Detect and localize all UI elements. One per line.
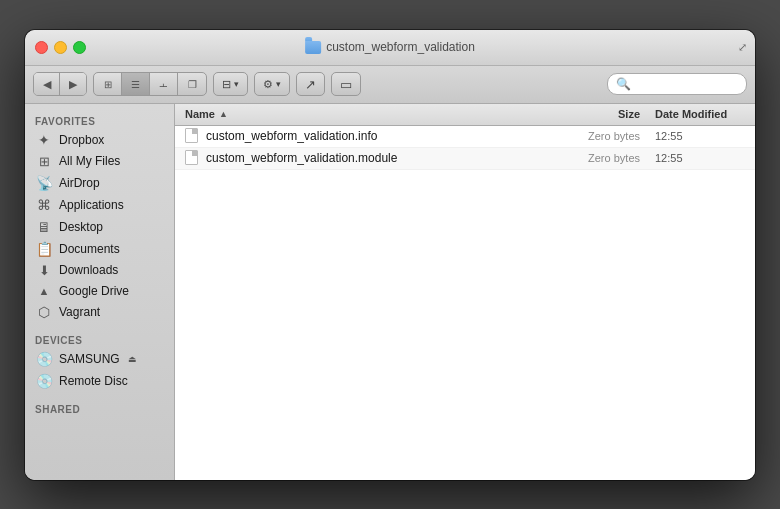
file-icon bbox=[185, 150, 201, 166]
nav-buttons: ◀ ▶ bbox=[33, 72, 87, 96]
file-date: 12:55 bbox=[655, 152, 745, 164]
eject-icon[interactable]: ⏏ bbox=[128, 354, 137, 364]
file-size: Zero bytes bbox=[565, 130, 655, 142]
col-name-label: Name bbox=[185, 108, 215, 120]
action-chevron: ▾ bbox=[276, 79, 281, 89]
main-content: FAVORITES ✦ Dropbox ⊞ All My Files 📡 Air… bbox=[25, 104, 755, 480]
titlebar: custom_webform_validation ⤢ bbox=[25, 30, 755, 66]
table-row[interactable]: custom_webform_validation.info Zero byte… bbox=[175, 126, 755, 148]
forward-icon: ▶ bbox=[69, 78, 77, 91]
search-icon: 🔍 bbox=[616, 77, 631, 91]
sidebar-item-vagrant[interactable]: ⬡ Vagrant bbox=[25, 301, 174, 323]
sidebar: FAVORITES ✦ Dropbox ⊞ All My Files 📡 Air… bbox=[25, 104, 175, 480]
downloads-icon: ⬇ bbox=[35, 263, 53, 278]
document-icon bbox=[185, 128, 198, 143]
file-size: Zero bytes bbox=[565, 152, 655, 164]
sidebar-item-downloads[interactable]: ⬇ Downloads bbox=[25, 260, 174, 281]
airdrop-icon: 📡 bbox=[35, 175, 53, 191]
sidebar-item-airdrop[interactable]: 📡 AirDrop bbox=[25, 172, 174, 194]
sidebar-item-desktop[interactable]: 🖥 Desktop bbox=[25, 216, 174, 238]
sidebar-item-desktop-label: Desktop bbox=[59, 220, 103, 234]
sidebar-item-remote-disc-label: Remote Disc bbox=[59, 374, 128, 388]
view-column-button[interactable]: ⫠ bbox=[150, 73, 178, 95]
search-input[interactable] bbox=[635, 78, 738, 90]
gear-icon: ⚙ bbox=[263, 78, 273, 91]
back-button[interactable]: ◀ bbox=[34, 73, 60, 95]
slideshow-button[interactable]: ▭ bbox=[331, 72, 361, 96]
desktop-icon: 🖥 bbox=[35, 219, 53, 235]
document-icon bbox=[185, 150, 198, 165]
view-list-button[interactable]: ☰ bbox=[122, 73, 150, 95]
maximize-button[interactable] bbox=[73, 41, 86, 54]
sort-arrow: ▲ bbox=[219, 109, 228, 119]
file-list-header: Name ▲ Size Date Modified bbox=[175, 104, 755, 126]
favorites-header: FAVORITES bbox=[25, 112, 174, 129]
sidebar-item-documents-label: Documents bbox=[59, 242, 120, 256]
slideshow-icon: ▭ bbox=[340, 77, 352, 92]
window-title-label: custom_webform_validation bbox=[326, 40, 475, 54]
col-date-header[interactable]: Date Modified bbox=[655, 108, 745, 120]
sidebar-item-all-my-files[interactable]: ⊞ All My Files bbox=[25, 151, 174, 172]
google-drive-icon: ▲ bbox=[35, 285, 53, 297]
file-date: 12:55 bbox=[655, 130, 745, 142]
finder-window: custom_webform_validation ⤢ ◀ ▶ ⊞ ☰ ⫠ ❐ bbox=[25, 30, 755, 480]
file-name: custom_webform_validation.module bbox=[206, 151, 565, 165]
col-size-header[interactable]: Size bbox=[565, 108, 655, 120]
window-title: custom_webform_validation bbox=[305, 40, 475, 54]
folder-icon bbox=[305, 41, 321, 54]
back-icon: ◀ bbox=[43, 78, 51, 91]
sidebar-item-all-my-files-label: All My Files bbox=[59, 154, 120, 168]
view-icon-button[interactable]: ⊞ bbox=[94, 73, 122, 95]
sidebar-item-applications-label: Applications bbox=[59, 198, 124, 212]
documents-icon: 📋 bbox=[35, 241, 53, 257]
arrange-button[interactable]: ⊟ ▾ bbox=[213, 72, 248, 96]
all-my-files-icon: ⊞ bbox=[35, 154, 53, 169]
sidebar-item-applications[interactable]: ⌘ Applications bbox=[25, 194, 174, 216]
sidebar-item-google-drive-label: Google Drive bbox=[59, 284, 129, 298]
expand-icon[interactable]: ⤢ bbox=[738, 41, 747, 54]
action-button[interactable]: ⚙ ▾ bbox=[254, 72, 290, 96]
view-coverflow-button[interactable]: ❐ bbox=[178, 73, 206, 95]
sidebar-item-airdrop-label: AirDrop bbox=[59, 176, 100, 190]
list-icon: ☰ bbox=[131, 79, 140, 90]
coverflow-icon: ❐ bbox=[188, 79, 197, 90]
file-name: custom_webform_validation.info bbox=[206, 129, 565, 143]
sidebar-item-dropbox-label: Dropbox bbox=[59, 133, 104, 147]
file-icon bbox=[185, 128, 201, 144]
sidebar-item-samsung[interactable]: 💿 SAMSUNG ⏏ bbox=[25, 348, 174, 370]
sidebar-item-vagrant-label: Vagrant bbox=[59, 305, 100, 319]
sidebar-item-google-drive[interactable]: ▲ Google Drive bbox=[25, 281, 174, 301]
search-box[interactable]: 🔍 bbox=[607, 73, 747, 95]
arrange-chevron: ▾ bbox=[234, 79, 239, 89]
sidebar-item-downloads-label: Downloads bbox=[59, 263, 118, 277]
samsung-icon: 💿 bbox=[35, 351, 53, 367]
dropbox-icon: ✦ bbox=[35, 132, 53, 148]
columns-icon: ⫠ bbox=[157, 77, 170, 92]
shared-header: SHARED bbox=[25, 400, 174, 417]
sidebar-item-dropbox[interactable]: ✦ Dropbox bbox=[25, 129, 174, 151]
toolbar: ◀ ▶ ⊞ ☰ ⫠ ❐ ⊟ ▾ ⚙ ▾ bbox=[25, 66, 755, 104]
remote-disc-icon: 💿 bbox=[35, 373, 53, 389]
close-button[interactable] bbox=[35, 41, 48, 54]
minimize-button[interactable] bbox=[54, 41, 67, 54]
arrange-icon: ⊟ bbox=[222, 78, 231, 91]
table-row[interactable]: custom_webform_validation.module Zero by… bbox=[175, 148, 755, 170]
sidebar-item-samsung-label: SAMSUNG bbox=[59, 352, 120, 366]
vagrant-icon: ⬡ bbox=[35, 304, 53, 320]
view-buttons: ⊞ ☰ ⫠ ❐ bbox=[93, 72, 207, 96]
forward-button[interactable]: ▶ bbox=[60, 73, 86, 95]
share-button[interactable]: ↗ bbox=[296, 72, 325, 96]
applications-icon: ⌘ bbox=[35, 197, 53, 213]
share-icon: ↗ bbox=[305, 77, 316, 92]
devices-header: DEVICES bbox=[25, 331, 174, 348]
grid-icon: ⊞ bbox=[104, 79, 112, 90]
sidebar-item-documents[interactable]: 📋 Documents bbox=[25, 238, 174, 260]
traffic-lights bbox=[35, 41, 86, 54]
file-list: Name ▲ Size Date Modified custom_webform… bbox=[175, 104, 755, 480]
col-name-header[interactable]: Name ▲ bbox=[185, 108, 565, 120]
sidebar-item-remote-disc[interactable]: 💿 Remote Disc bbox=[25, 370, 174, 392]
